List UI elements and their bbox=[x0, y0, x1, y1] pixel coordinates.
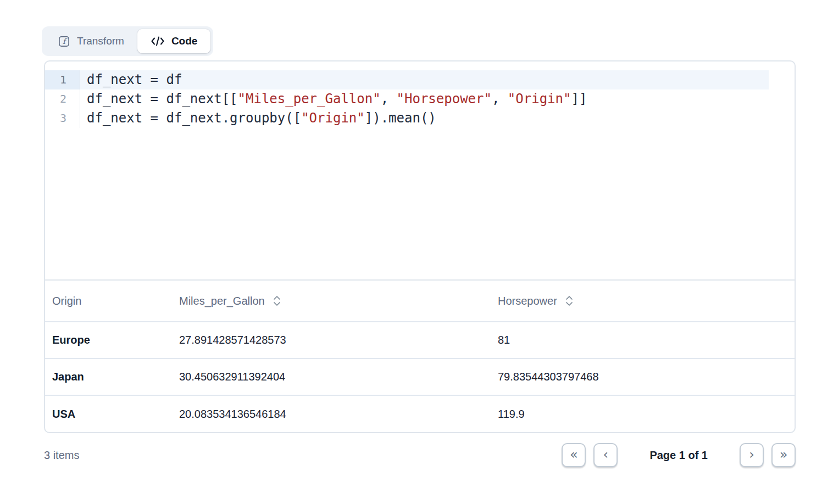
code-line[interactable]: df_next = df_next[["Miles_per_Gallon", "… bbox=[80, 89, 769, 109]
column-header-horsepower[interactable]: Horsepower bbox=[498, 281, 795, 322]
view-mode-tabs: f Transform Code bbox=[42, 26, 213, 56]
first-page-button[interactable]: « bbox=[562, 443, 586, 467]
table-body: Europe27.89142857142857381Japan30.450632… bbox=[45, 322, 795, 432]
code-icon bbox=[151, 35, 165, 47]
line-number: 2 bbox=[45, 89, 80, 109]
value-cell: 81 bbox=[498, 322, 795, 359]
sort-icon[interactable] bbox=[565, 295, 574, 307]
last-page-icon: » bbox=[780, 448, 788, 461]
origin-cell: Europe bbox=[45, 322, 179, 359]
code-token: , bbox=[492, 91, 508, 107]
column-header-label: Miles_per_Gallon bbox=[179, 295, 265, 307]
code-string-token: "Miles_per_Gallon" bbox=[238, 91, 381, 107]
code-editor[interactable]: 123 df_next = dfdf_next = df_next[["Mile… bbox=[45, 61, 795, 281]
value-cell: 79.83544303797468 bbox=[498, 359, 795, 395]
first-page-icon: « bbox=[570, 448, 578, 461]
table-row: USA20.083534136546184119.9 bbox=[45, 395, 795, 432]
code-string-token: "Horsepower" bbox=[397, 91, 492, 107]
origin-cell: Japan bbox=[45, 359, 179, 395]
code-line[interactable]: df_next = df bbox=[80, 70, 769, 89]
value-cell: 20.083534136546184 bbox=[179, 395, 498, 432]
column-header-inner: Horsepower bbox=[498, 295, 795, 307]
line-number: 1 bbox=[45, 70, 80, 89]
tab-code[interactable]: Code bbox=[137, 29, 211, 53]
table-footer: 3 items « ‹ Page 1 of 1 › » bbox=[44, 433, 796, 477]
editor-content: df_next = dfdf_next = df_next[["Miles_pe… bbox=[80, 70, 769, 128]
page-indicator: Page 1 of 1 bbox=[649, 449, 708, 462]
last-page-button[interactable]: » bbox=[771, 443, 796, 467]
pagination-controls: « ‹ Page 1 of 1 › » bbox=[562, 443, 796, 467]
value-cell: 30.450632911392404 bbox=[179, 359, 498, 395]
transform-panel: 123 df_next = dfdf_next = df_next[["Mile… bbox=[44, 60, 796, 433]
value-cell: 119.9 bbox=[498, 395, 795, 432]
tab-code-label: Code bbox=[171, 35, 198, 47]
next-page-icon: › bbox=[749, 448, 754, 461]
tab-transform-label: Transform bbox=[77, 35, 124, 47]
code-string-token: "Origin" bbox=[301, 110, 365, 126]
code-token: df_next = df_next.groupby([ bbox=[87, 110, 301, 126]
line-number: 3 bbox=[45, 109, 80, 128]
column-header-inner: Origin bbox=[45, 295, 179, 307]
table-row: Japan30.45063291139240479.83544303797468 bbox=[45, 359, 795, 395]
previous-page-button[interactable]: ‹ bbox=[593, 443, 618, 467]
code-token: , bbox=[381, 91, 397, 107]
origin-cell: USA bbox=[45, 395, 179, 432]
svg-text:f: f bbox=[63, 37, 68, 46]
editor-gutter: 123 bbox=[45, 70, 80, 128]
function-icon: f bbox=[58, 35, 70, 48]
tab-transform[interactable]: f Transform bbox=[45, 29, 137, 53]
table-row: Europe27.89142857142857381 bbox=[45, 322, 795, 359]
code-token: df_next = df bbox=[87, 72, 182, 87]
code-string-token: "Origin" bbox=[508, 91, 571, 107]
code-token: ]] bbox=[571, 91, 587, 107]
table-header-row: OriginMiles_per_GallonHorsepower bbox=[45, 281, 795, 322]
next-page-button[interactable]: › bbox=[740, 443, 764, 467]
items-count: 3 items bbox=[44, 449, 79, 462]
result-table: OriginMiles_per_GallonHorsepower Europe2… bbox=[45, 281, 795, 432]
column-header-inner: Miles_per_Gallon bbox=[179, 295, 498, 307]
code-line[interactable]: df_next = df_next.groupby(["Origin"]).me… bbox=[80, 109, 769, 128]
code-token: df_next = df_next[[ bbox=[87, 91, 238, 107]
code-token: ]).mean() bbox=[365, 110, 436, 126]
sort-icon[interactable] bbox=[273, 295, 281, 307]
column-header-origin: Origin bbox=[45, 281, 179, 322]
column-header-label: Horsepower bbox=[498, 295, 557, 307]
column-header-miles_per_gallon[interactable]: Miles_per_Gallon bbox=[179, 281, 498, 322]
previous-page-icon: ‹ bbox=[603, 448, 609, 461]
value-cell: 27.891428571428573 bbox=[179, 322, 498, 359]
column-header-label: Origin bbox=[52, 295, 81, 307]
